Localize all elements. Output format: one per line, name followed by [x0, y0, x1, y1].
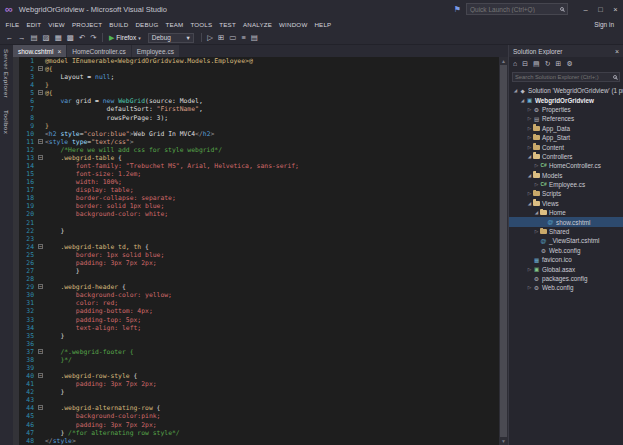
minimize-button[interactable]: –	[578, 0, 593, 18]
solution-explorer-title-bar[interactable]: Solution Explorer ×	[509, 45, 623, 57]
expand-icon[interactable]: ▷	[526, 126, 533, 131]
side-tab-server-explorer[interactable]: Server Explorer	[3, 49, 10, 98]
tree-item-app-data[interactable]: ▷App_Data	[509, 124, 623, 133]
menu-item-test[interactable]: TEST	[216, 21, 240, 28]
expand-icon[interactable]: ▷	[533, 229, 540, 234]
expand-icon[interactable]: ▷	[526, 267, 533, 272]
menu-item-tools[interactable]: TOOLS	[187, 21, 216, 28]
menu-item-edit[interactable]: EDIT	[23, 21, 45, 28]
tab-show-cshtml[interactable]: show.cshtml×	[13, 45, 66, 57]
comment-icon[interactable]: ▭	[227, 31, 239, 44]
home-icon[interactable]: ⌂	[513, 60, 517, 67]
save-icon[interactable]: ▦	[52, 31, 64, 44]
fold-toggle-icon[interactable]: −	[38, 90, 43, 95]
expand-icon[interactable]: ▷	[526, 107, 533, 112]
tree-item-webgridorgridview[interactable]: ◢▣WebgridOrGridview	[509, 95, 623, 104]
tree-item-shared[interactable]: ▷Shared	[509, 227, 623, 236]
tree-item-controllers[interactable]: ◢Controllers	[509, 152, 623, 161]
notifications-flag-icon[interactable]: ⚑	[454, 5, 461, 14]
expand-icon[interactable]: ▷	[526, 191, 533, 196]
indent-icon[interactable]: ≡	[239, 31, 248, 44]
scroll-up-icon[interactable]: ▲	[499, 57, 508, 65]
expand-icon[interactable]: ▷	[533, 163, 540, 168]
tree-item-app-start[interactable]: ▷App_Start	[509, 133, 623, 142]
nav-forward-icon[interactable]: →	[16, 31, 29, 44]
new-file-icon[interactable]: ▤	[28, 31, 40, 44]
tree-item-packages-config[interactable]: ⚙packages.config	[509, 274, 623, 283]
nav-back-icon[interactable]: ←	[3, 31, 16, 44]
fold-toggle-icon[interactable]: −	[38, 139, 43, 144]
menu-item-help[interactable]: HELP	[311, 21, 335, 28]
fold-toggle-icon[interactable]: −	[38, 155, 43, 160]
collapse-all-icon[interactable]: ⊟	[522, 60, 528, 68]
fold-toggle-icon[interactable]: −	[38, 66, 43, 71]
solution-search-box[interactable]	[512, 72, 620, 82]
tree-item-content[interactable]: ▷Content	[509, 142, 623, 151]
collapse-icon[interactable]: ◢	[526, 154, 533, 159]
close-icon[interactable]: ×	[57, 48, 61, 55]
menu-item-team[interactable]: TEAM	[162, 21, 187, 28]
menu-item-file[interactable]: FILE	[2, 21, 23, 28]
undo-icon[interactable]: ↶	[76, 31, 87, 44]
chevron-down-icon[interactable]: ▾	[138, 35, 141, 41]
close-button[interactable]: ×	[608, 0, 623, 18]
collapse-icon[interactable]: ◢	[519, 98, 526, 103]
quick-launch-box[interactable]	[466, 3, 568, 15]
tree-item-web-config[interactable]: ▷⚙Web.config	[509, 283, 623, 292]
show-all-files-icon[interactable]: ▤	[533, 60, 540, 68]
side-tab-toolbox[interactable]: Toolbox	[3, 110, 10, 134]
editor-vertical-scrollbar[interactable]: ▲ ▼	[499, 57, 508, 445]
start-without-debug-icon[interactable]: ▷	[205, 31, 216, 44]
tree-item-models[interactable]: ◢Models	[509, 171, 623, 180]
collapse-icon[interactable]: ◢	[512, 88, 519, 93]
tree-item-show-cshtml[interactable]: @show.cshtml	[509, 217, 623, 226]
tree-item-homecontroller-cs[interactable]: ▷C#HomeController.cs	[509, 161, 623, 170]
collapse-icon[interactable]: ◢	[526, 173, 533, 178]
open-file-icon[interactable]: ▨	[40, 31, 52, 44]
tab-homecontroller-cs[interactable]: HomeController.cs	[67, 45, 130, 57]
tab-employee-cs[interactable]: Employee.cs	[132, 45, 179, 57]
properties-icon[interactable]: ⚙	[566, 60, 572, 68]
fold-toggle-icon[interactable]: −	[38, 349, 43, 354]
tree-item-properties[interactable]: ▷⚙Properties	[509, 105, 623, 114]
maximize-button[interactable]: □	[593, 0, 608, 18]
code-editor[interactable]: 1@model IEnumerable<WebgridOrGridview.Mo…	[13, 57, 508, 445]
scroll-down-icon[interactable]: ▼	[499, 437, 508, 445]
fold-toggle-icon[interactable]: −	[38, 284, 43, 289]
menu-item-analyze[interactable]: ANALYZE	[239, 21, 275, 28]
tree-item-views[interactable]: ◢Views	[509, 199, 623, 208]
menu-item-build[interactable]: BUILD	[106, 21, 132, 28]
collapse-icon[interactable]: ◢	[526, 201, 533, 206]
collapse-icon[interactable]: ◢	[533, 210, 540, 215]
expand-icon[interactable]: ▷	[533, 182, 540, 187]
quick-launch-input[interactable]	[470, 6, 558, 13]
solution-configuration-dropdown[interactable]: Debug ▾	[148, 33, 194, 43]
expand-icon[interactable]: ▷	[526, 135, 533, 140]
menu-item-debug[interactable]: DEBUG	[132, 21, 162, 28]
redo-icon[interactable]: ↷	[88, 31, 99, 44]
fold-toggle-icon[interactable]: −	[38, 244, 43, 249]
tree-item-scripts[interactable]: ▷Scripts	[509, 189, 623, 198]
tree-item-references[interactable]: ▷▤References	[509, 114, 623, 123]
view-code-icon[interactable]: ⊞	[556, 60, 562, 68]
menu-item-view[interactable]: VIEW	[45, 21, 69, 28]
tree-item-web-config[interactable]: ⚙Web.config	[509, 246, 623, 255]
tree-item-solution-webgridorgridview-1-project[interactable]: ◢◆Solution 'WebgridOrGridview' (1 projec…	[509, 86, 623, 95]
tree-item-global-asax[interactable]: ▷▣Global.asax	[509, 264, 623, 273]
menu-item-project[interactable]: PROJECT	[68, 21, 105, 28]
expand-icon[interactable]: ▷	[526, 145, 533, 150]
tree-item-employee-cs[interactable]: ▷C#Employee.cs	[509, 180, 623, 189]
fold-toggle-icon[interactable]: −	[38, 373, 43, 378]
refresh-icon[interactable]: ↻	[545, 60, 551, 68]
close-icon[interactable]: ×	[615, 48, 619, 55]
find-in-files-icon[interactable]: ⊞	[216, 31, 227, 44]
expand-icon[interactable]: ▷	[526, 285, 533, 290]
bookmark-icon[interactable]: ▤	[248, 31, 260, 44]
menu-item-window[interactable]: WINDOW	[276, 21, 311, 28]
solution-search-input[interactable]	[515, 74, 611, 80]
sign-in-link[interactable]: Sign in	[594, 18, 614, 31]
fold-toggle-icon[interactable]: −	[38, 405, 43, 410]
save-all-icon[interactable]: ▩	[64, 31, 76, 44]
tree-item-viewstart-cshtml[interactable]: @_ViewStart.cshtml	[509, 236, 623, 245]
tree-item-home[interactable]: ◢Home	[509, 208, 623, 217]
